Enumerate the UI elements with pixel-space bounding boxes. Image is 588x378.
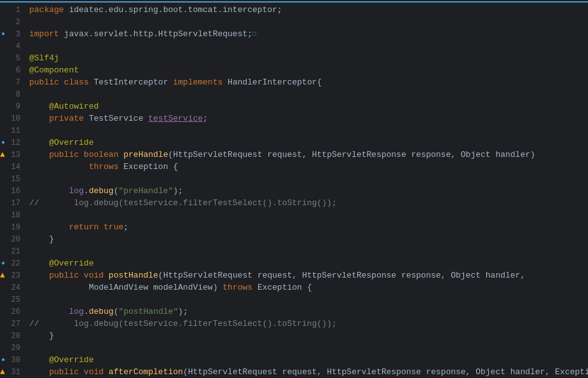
code-line-2	[29, 16, 588, 28]
gutter-ln-17: 17	[0, 197, 24, 209]
code-line-7: public class TestInterceptor implements …	[29, 76, 588, 88]
code-line-9: @Autowired	[29, 100, 588, 112]
gutter-ln-13: ▲ 13	[0, 149, 24, 161]
code-line-30: @Override	[29, 354, 588, 366]
gutter-ln-31: ▲ 31	[0, 366, 24, 378]
gutter-ln-20: 20	[0, 233, 24, 245]
gutter-ln-22: ● 22	[0, 257, 24, 269]
code-line-24: ModelAndView modelAndView) throws Except…	[29, 281, 588, 294]
gutter-ln-18: 18	[0, 209, 24, 221]
code-area[interactable]: 1 2 ● 3 4 5 6 7 8 9 10 11 ● 12 ▲ 13 14 1…	[0, 3, 588, 378]
code-line-25	[29, 294, 588, 306]
gutter-ln-19: 19	[0, 221, 24, 233]
code-line-31: public void afterCompletion(HttpServletR…	[29, 366, 588, 378]
code-line-28: }	[29, 330, 588, 342]
gutter-ln-21: 21	[0, 245, 24, 257]
code-line-11	[29, 125, 588, 137]
gutter-ln-26: 26	[0, 306, 24, 318]
code-line-4	[29, 40, 588, 52]
gutter-ln-2: 2	[0, 16, 24, 28]
code-line-6: @Component	[29, 64, 588, 76]
code-line-27: // log.debug(testService.filterTestSelec…	[29, 318, 588, 330]
gutter-ln-29: 29	[0, 342, 24, 354]
gutter-ln-27: 27	[0, 318, 24, 330]
gutter-ln-7: 7	[0, 76, 24, 88]
code-line-1: package ideatec.edu.spring.boot.tomcat.i…	[29, 4, 588, 16]
gutter-ln-14: 14	[0, 161, 24, 173]
code-line-15	[29, 173, 588, 185]
gutter-ln-8: 8	[0, 88, 24, 100]
gutter-ln-4: 4	[0, 40, 24, 52]
code-line-3: import javax.servlet.http.HttpServletReq…	[29, 28, 588, 40]
gutter-ln-1: 1	[0, 4, 24, 16]
gutter-ln-23: ▲ 23	[0, 269, 24, 281]
gutter-ln-11: 11	[0, 125, 24, 137]
gutter: 1 2 ● 3 4 5 6 7 8 9 10 11 ● 12 ▲ 13 14 1…	[0, 3, 24, 378]
code-line-26: log.debug("postHandle");	[29, 306, 588, 318]
gutter-ln-16: 16	[0, 185, 24, 197]
gutter-ln-3: ● 3	[0, 28, 24, 40]
code-line-13: public boolean preHandle(HttpServletRequ…	[29, 149, 588, 161]
code-line-8	[29, 88, 588, 100]
code-line-5: @Slf4j	[29, 52, 588, 64]
gutter-ln-28: 28	[0, 330, 24, 342]
gutter-ln-10: 10	[0, 112, 24, 125]
code-line-16: log.debug("preHandle");	[29, 185, 588, 197]
gutter-ln-6: 6	[0, 64, 24, 76]
gutter-ln-15: 15	[0, 173, 24, 185]
code-line-17: // log.debug(testService.filterTestSelec…	[29, 197, 588, 209]
code-line-10: private TestService testService;	[29, 112, 588, 125]
code-content[interactable]: package ideatec.edu.spring.boot.tomcat.i…	[24, 3, 588, 378]
gutter-ln-25: 25	[0, 294, 24, 306]
code-line-14: throws Exception {	[29, 161, 588, 173]
gutter-ln-24: 24	[0, 281, 24, 294]
code-line-18	[29, 209, 588, 221]
code-line-23: public void postHandle(HttpServletReques…	[29, 269, 588, 281]
code-line-20: }	[29, 233, 588, 245]
code-line-21	[29, 245, 588, 257]
code-line-29	[29, 342, 588, 354]
code-line-19: return true;	[29, 221, 588, 233]
gutter-ln-5: 5	[0, 52, 24, 64]
code-editor: 1 2 ● 3 4 5 6 7 8 9 10 11 ● 12 ▲ 13 14 1…	[0, 0, 588, 378]
code-line-22: @Override	[29, 257, 588, 269]
gutter-ln-9: 9	[0, 100, 24, 112]
code-line-12: @Override	[29, 137, 588, 149]
gutter-ln-12: ● 12	[0, 137, 24, 149]
gutter-ln-30: ● 30	[0, 354, 24, 366]
